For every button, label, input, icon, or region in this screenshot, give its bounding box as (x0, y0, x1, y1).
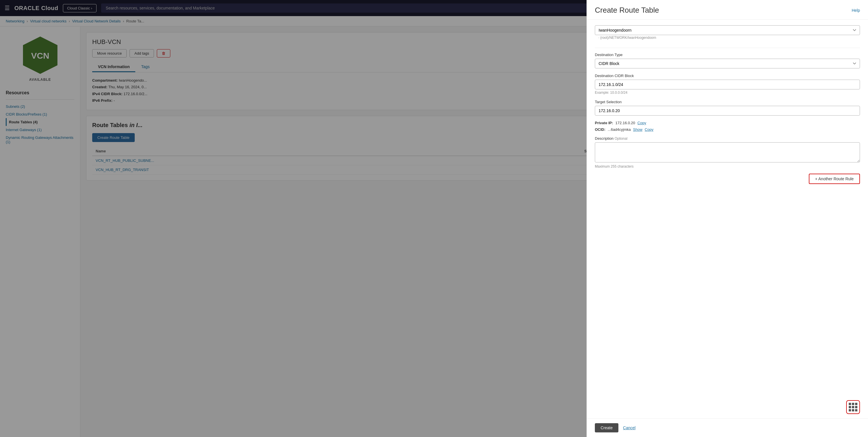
helper-dot-1 (849, 403, 851, 405)
modal-overlay: Create Route Table Help IwanHoogendoorn … (0, 0, 868, 437)
another-route-rule-button[interactable]: + Another Route Rule (809, 174, 860, 184)
description-textarea[interactable] (595, 142, 860, 163)
target-selection-input[interactable] (595, 106, 860, 116)
modal-panel: Create Route Table Help IwanHoogendoorn … (587, 0, 868, 437)
helper-dot-3 (855, 403, 857, 405)
destination-cidr-label: Destination CIDR Block (595, 74, 860, 78)
target-selection-form-group: Target Selection (595, 100, 860, 116)
description-max-hint: Maximum 255 characters (595, 165, 860, 169)
modal-header: Create Route Table Help (587, 0, 868, 20)
destination-cidr-input[interactable] (595, 80, 860, 89)
private-ip-copy-button[interactable]: Copy (638, 121, 646, 125)
helper-dot-7 (849, 409, 851, 411)
private-ip-value: 172.16.0.20 (616, 121, 636, 125)
private-ip-row: Private IP: 172.16.0.20 Copy (595, 121, 860, 125)
helper-widget-grid (849, 403, 857, 411)
modal-title: Create Route Table (595, 6, 659, 14)
modal-footer: Create Cancel (587, 418, 868, 437)
destination-cidr-hint: Example: 10.0.0.0/24 (595, 91, 860, 95)
helper-dot-9 (855, 409, 857, 411)
helper-dot-2 (852, 403, 854, 405)
destination-type-label: Destination Type (595, 53, 860, 57)
modal-body: IwanHoogendoorn · (root)/NETWORK/IwanHoo… (587, 20, 868, 418)
ocid-value: ...6ad4cyjmka (608, 127, 631, 132)
description-label: Description Optional (595, 136, 860, 141)
ocid-label: OCID: (595, 127, 606, 132)
compartment-form-group: IwanHoogendoorn · (root)/NETWORK/IwanHoo… (595, 25, 860, 42)
ocid-show-button[interactable]: Show (633, 127, 643, 132)
cancel-button[interactable]: Cancel (623, 426, 636, 430)
description-optional: Optional (615, 137, 628, 141)
helper-dot-4 (849, 406, 851, 408)
helper-dot-8 (852, 409, 854, 411)
compartment-path: · (root)/NETWORK/IwanHoogendoorn (595, 35, 860, 42)
destination-type-select[interactable]: CIDR Block (595, 59, 860, 68)
helper-widget[interactable] (846, 400, 860, 414)
compartment-select[interactable]: IwanHoogendoorn (595, 25, 860, 35)
helper-dot-6 (855, 406, 857, 408)
description-form-group: Description Optional Maximum 255 charact… (595, 136, 860, 169)
create-button[interactable]: Create (595, 423, 618, 432)
modal-help-link[interactable]: Help (851, 8, 860, 13)
private-ip-label: Private IP: (595, 121, 613, 125)
another-route-rule-container: + Another Route Rule (595, 174, 860, 184)
destination-type-form-group: Destination Type CIDR Block (595, 53, 860, 68)
target-selection-label: Target Selection (595, 100, 860, 104)
ocid-copy-button[interactable]: Copy (645, 127, 653, 132)
destination-cidr-form-group: Destination CIDR Block Example: 10.0.0.0… (595, 74, 860, 95)
helper-dot-5 (852, 406, 854, 408)
overlay-backdrop[interactable] (0, 0, 587, 437)
ocid-row: OCID: ...6ad4cyjmka Show Copy (595, 127, 860, 132)
